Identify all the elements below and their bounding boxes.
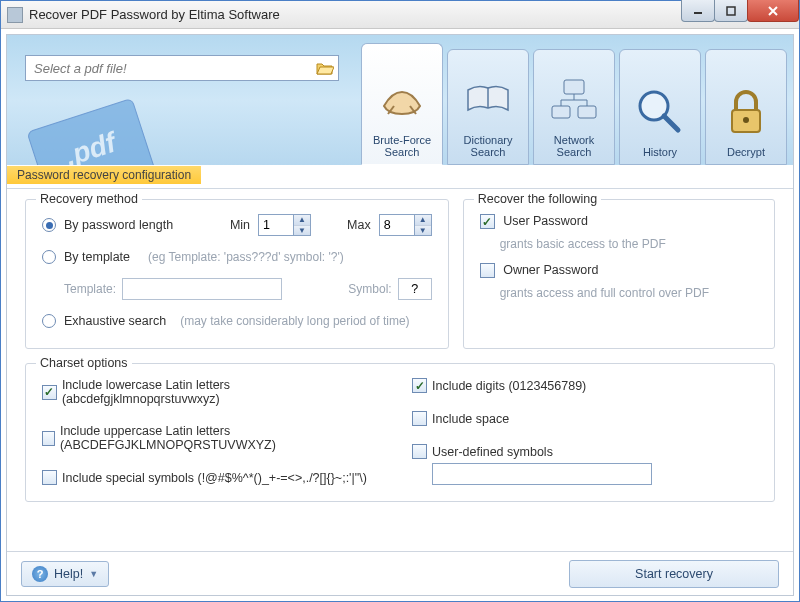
svg-rect-6 xyxy=(578,106,596,118)
svg-point-10 xyxy=(743,117,749,123)
template-label: Template: xyxy=(64,282,116,296)
magnifier-icon xyxy=(632,84,688,140)
by-template-label: By template xyxy=(64,250,130,264)
user-defined-label: User-defined symbols xyxy=(432,445,553,459)
radio-by-length[interactable] xyxy=(42,218,56,232)
svg-line-8 xyxy=(664,116,678,130)
pdf-decor-icon: .pdf xyxy=(7,95,207,165)
help-button[interactable]: ? Help! ▼ xyxy=(21,561,109,587)
max-label: Max xyxy=(347,218,371,232)
file-select-area: Select a pdf file! .pdf xyxy=(7,35,357,165)
start-recovery-button[interactable]: Start recovery xyxy=(569,560,779,588)
svg-rect-1 xyxy=(727,7,735,15)
window-title: Recover PDF Password by Eltima Software xyxy=(29,7,280,22)
min-label: Min xyxy=(230,218,250,232)
maximize-icon xyxy=(725,6,737,16)
exhaustive-hint: (may take considerably long period of ti… xyxy=(180,314,409,328)
close-icon xyxy=(767,6,779,16)
dropdown-icon: ▼ xyxy=(89,569,98,579)
by-length-label: By password length xyxy=(64,218,173,232)
spinner-down-icon[interactable]: ▼ xyxy=(415,226,431,236)
app-window: Recover PDF Password by Eltima Software … xyxy=(0,0,800,602)
exhaustive-label: Exhaustive search xyxy=(64,314,166,328)
user-password-label: User Password xyxy=(503,214,588,228)
max-input[interactable] xyxy=(380,215,414,235)
owner-password-label: Owner Password xyxy=(503,263,598,277)
tab-label: Brute-Force Search xyxy=(373,134,431,158)
file-select-placeholder: Select a pdf file! xyxy=(34,61,127,76)
network-icon xyxy=(546,72,602,128)
svg-rect-5 xyxy=(552,106,570,118)
charset-group: Charset options Include lowercase Latin … xyxy=(25,363,775,502)
tab-label: History xyxy=(643,146,677,158)
check-uppercase[interactable] xyxy=(42,431,55,446)
config-body: Recovery method By password length Min ▲… xyxy=(7,189,793,551)
symbol-input[interactable] xyxy=(398,278,432,300)
spinner-up-icon[interactable]: ▲ xyxy=(415,215,431,226)
charset-legend: Charset options xyxy=(36,356,132,370)
open-folder-icon[interactable] xyxy=(316,60,334,76)
window-controls xyxy=(682,0,799,22)
help-icon: ? xyxy=(32,566,48,582)
bottom-bar: ? Help! ▼ Start recovery xyxy=(7,551,793,595)
template-input[interactable] xyxy=(122,278,282,300)
radio-exhaustive[interactable] xyxy=(42,314,56,328)
tabs: Brute-Force Search Dictionary Search Net… xyxy=(361,35,793,165)
lowercase-label: Include lowercase Latin letters (abcdefg… xyxy=(62,378,388,406)
client-area: Select a pdf file! .pdf Brute-Force Sear… xyxy=(6,34,794,596)
handshake-icon xyxy=(374,72,430,128)
tab-brute-force[interactable]: Brute-Force Search xyxy=(361,43,443,165)
check-lowercase[interactable] xyxy=(42,385,57,400)
tab-label: Decrypt xyxy=(727,146,765,158)
config-header-label: Password recovery configuration xyxy=(7,166,201,184)
tab-label: Network Search xyxy=(554,134,594,158)
tab-label: Dictionary Search xyxy=(464,134,513,158)
digits-label: Include digits (0123456789) xyxy=(432,379,586,393)
titlebar: Recover PDF Password by Eltima Software xyxy=(1,1,799,29)
owner-password-hint: grants access and full control over PDF xyxy=(500,286,758,300)
check-user-defined[interactable] xyxy=(412,444,427,459)
config-header: Password recovery configuration xyxy=(7,165,793,189)
minimize-button[interactable] xyxy=(681,0,715,22)
file-select-input[interactable]: Select a pdf file! xyxy=(25,55,339,81)
help-label: Help! xyxy=(54,567,83,581)
app-icon xyxy=(7,7,23,23)
recover-following-group: Recover the following User Password gran… xyxy=(463,199,775,349)
svg-rect-4 xyxy=(564,80,584,94)
tab-history[interactable]: History xyxy=(619,49,701,165)
by-template-hint: (eg Template: 'pass???d' symbol: '?') xyxy=(148,250,344,264)
min-spinner[interactable]: ▲▼ xyxy=(258,214,311,236)
spinner-down-icon[interactable]: ▼ xyxy=(294,226,310,236)
special-label: Include special symbols (!@#$%^*()_+-=<>… xyxy=(62,471,367,485)
radio-by-template[interactable] xyxy=(42,250,56,264)
check-user-password[interactable] xyxy=(480,214,495,229)
user-defined-input[interactable] xyxy=(432,463,652,485)
tab-dictionary[interactable]: Dictionary Search xyxy=(447,49,529,165)
recovery-method-legend: Recovery method xyxy=(36,192,142,206)
check-space[interactable] xyxy=(412,411,427,426)
close-button[interactable] xyxy=(747,0,799,22)
check-special[interactable] xyxy=(42,470,57,485)
tab-network[interactable]: Network Search xyxy=(533,49,615,165)
tab-decrypt[interactable]: Decrypt xyxy=(705,49,787,165)
uppercase-label: Include uppercase Latin letters (ABCDEFG… xyxy=(60,424,388,452)
recovery-method-group: Recovery method By password length Min ▲… xyxy=(25,199,449,349)
check-digits[interactable] xyxy=(412,378,427,393)
user-password-hint: grants basic access to the PDF xyxy=(500,237,758,251)
book-icon xyxy=(460,72,516,128)
maximize-button[interactable] xyxy=(714,0,748,22)
top-zone: Select a pdf file! .pdf Brute-Force Sear… xyxy=(7,35,793,165)
spinner-up-icon[interactable]: ▲ xyxy=(294,215,310,226)
lock-icon xyxy=(718,84,774,140)
min-input[interactable] xyxy=(259,215,293,235)
check-owner-password[interactable] xyxy=(480,263,495,278)
recover-following-legend: Recover the following xyxy=(474,192,602,206)
space-label: Include space xyxy=(432,412,509,426)
max-spinner[interactable]: ▲▼ xyxy=(379,214,432,236)
symbol-label: Symbol: xyxy=(348,282,391,296)
minimize-icon xyxy=(692,6,704,16)
